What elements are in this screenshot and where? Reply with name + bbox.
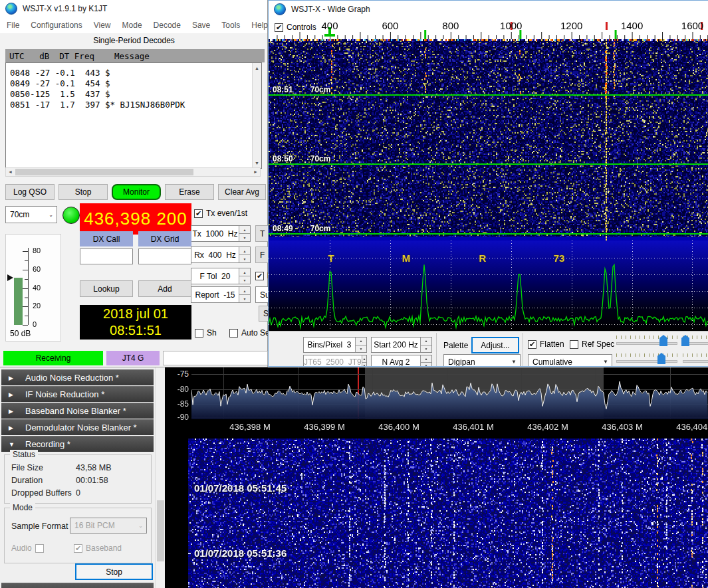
section-header-demodulator-noise-blanker[interactable]: ▶Demodulator Noise Blanker * (1, 419, 154, 435)
spin-down-icon[interactable]: ▼ (421, 363, 431, 367)
section-header-audio-noise-reduction[interactable]: ▶Audio Noise Reduction * (1, 369, 154, 385)
menu-item-tools[interactable]: Tools (221, 21, 240, 30)
spin-down-icon[interactable]: ▼ (239, 276, 250, 284)
spin-up-icon[interactable]: ▲ (239, 287, 250, 295)
monitor-button[interactable]: Monitor (112, 184, 161, 200)
checkbox-box (195, 329, 203, 338)
db-tick-label: -85 (165, 399, 189, 409)
section-header-if-noise-reduction[interactable]: ▶IF Noise Reduction * (1, 386, 154, 402)
decode-row[interactable]: 0848 -27 -0.1 443 $ (10, 68, 261, 78)
menu-item-mode[interactable]: Mode (122, 21, 142, 30)
spinner-arrows[interactable]: ▲▼ (239, 247, 250, 262)
spectrum-marker-M: M (393, 252, 419, 264)
dx-grid-input[interactable] (138, 248, 191, 264)
spectrum-gain-slider[interactable] (616, 360, 677, 363)
waterfall-display[interactable] (269, 39, 708, 241)
auto-seq-checkbox[interactable]: Auto Se (229, 328, 270, 338)
add-button[interactable]: Add (138, 280, 191, 297)
menu-item-save[interactable]: Save (192, 21, 210, 30)
db-tick-label: -80 (165, 385, 189, 394)
sdr-scrollbar-thumb[interactable] (157, 500, 164, 561)
section-header-zoom-fft[interactable]: ▼ Zoom FFT * (1, 583, 154, 588)
signal-meter: 806040200 50 dB (5, 234, 61, 342)
spec-mode-dropdown[interactable]: Cumulative ▼ (528, 354, 612, 367)
decode-row[interactable]: 0849 -27 -0.1 454 $ (10, 78, 261, 89)
decodes-vertical-scrollbar[interactable]: ▲ ▼ (252, 63, 261, 168)
scroll-down-icon[interactable]: ▼ (253, 159, 261, 167)
scroll-right-icon[interactable]: ► (253, 168, 258, 176)
chevron-down-icon: ▼ (511, 359, 520, 365)
wide-graph-title: WSJT-X - Wide Graph (291, 5, 370, 14)
main-titlebar[interactable]: WSJT-X v1.9.1 by K1JT (0, 0, 267, 17)
spin-down-icon[interactable]: ▼ (239, 255, 250, 262)
menu-item-configurations[interactable]: Configurations (31, 21, 82, 30)
slider-ticks (683, 353, 708, 357)
clear-avg-button[interactable]: Clear Avg (218, 184, 266, 200)
duration-value: 00:01:58 (76, 476, 108, 485)
spin-down-icon[interactable]: ▼ (356, 345, 366, 353)
scroll-up-icon[interactable]: ▲ (253, 64, 261, 72)
sh-checkbox[interactable]: Sh (195, 328, 217, 338)
wide-graph-titlebar[interactable]: WSJT-X - Wide Graph (269, 1, 708, 18)
spinner-arrows[interactable]: ▲▼ (355, 338, 366, 352)
n-avg-spinner[interactable]: N Avg 2 ▲▼ (371, 355, 432, 367)
erase-button[interactable]: Erase (165, 184, 214, 200)
ref-spec-checkbox[interactable]: Ref Spec (570, 340, 614, 349)
menu-item-decode[interactable]: Decode (154, 21, 181, 30)
menu-item-file[interactable]: File (7, 21, 19, 30)
lookup-button[interactable]: Lookup (80, 280, 133, 297)
spin-up-icon[interactable]: ▲ (239, 226, 250, 234)
spin-down-icon[interactable]: ▼ (239, 295, 250, 302)
menu-item-help[interactable]: Help (251, 21, 268, 30)
spin-up-icon[interactable]: ▲ (239, 268, 250, 276)
meter-tick-label: 20 (33, 302, 41, 310)
spin-up-icon[interactable]: ▲ (239, 247, 250, 255)
spectrum-zero-slider[interactable] (683, 360, 708, 363)
main-window-title: WSJT-X v1.9.1 by K1JT (23, 4, 107, 13)
rx-freq-spinner[interactable]: Rx 400 Hz ▲▼ (191, 246, 251, 263)
tx-even-checkbox[interactable]: ✔ Tx even/1st (194, 209, 247, 218)
spec-mode-value: Cumulative (532, 357, 572, 367)
clipped-checkbox[interactable]: ✔ l (255, 271, 269, 280)
spinner-arrows[interactable]: ▲▼ (239, 226, 250, 241)
spin-up-icon[interactable]: ▲ (421, 355, 431, 363)
log-qso-button[interactable]: Log QSO (5, 184, 55, 200)
decode-row[interactable]: 0850-125 1.5 437 $ (10, 89, 261, 100)
meter-tick-label: 60 (33, 265, 41, 273)
spinner-arrows[interactable]: ▲▼ (420, 355, 431, 367)
bins-pixel-spinner[interactable]: Bins/Pixel 3 ▲▼ (303, 337, 367, 353)
sdr-scrollbar[interactable] (155, 367, 165, 588)
spinner-arrows[interactable]: ▲▼ (420, 338, 431, 352)
tx-freq-spinner[interactable]: Tx 1000 Hz ▲▼ (191, 225, 251, 242)
spin-up-icon[interactable]: ▲ (356, 338, 366, 345)
spin-down-icon[interactable]: ▼ (239, 234, 250, 241)
ftol-spinner[interactable]: F Tol 20 ▲▼ (191, 268, 251, 284)
section-header-baseband-noise-blanker[interactable]: ▶Baseband Noise Blanker * (1, 403, 154, 419)
zoom-spectrum-canvas[interactable] (191, 367, 708, 419)
stop-button[interactable]: Stop (59, 184, 108, 200)
menu-item-view[interactable]: View (94, 21, 111, 30)
spinner-arrows[interactable]: ▲▼ (239, 268, 250, 284)
palette-dropdown[interactable]: Digipan ▼ (443, 354, 521, 367)
scrollbar-thumb[interactable] (15, 169, 193, 175)
band-selector[interactable]: 70cm ⌄ (5, 206, 57, 223)
decodes-horizontal-scrollbar[interactable]: ◄ ► (5, 167, 261, 177)
checkbox-check-icon: ✔ (275, 23, 283, 32)
waterfall-gain-slider[interactable] (616, 342, 677, 345)
spin-up-icon[interactable]: ▲ (421, 338, 431, 345)
divider (523, 333, 523, 367)
flatten-checkbox[interactable]: ✔ Flatten (528, 340, 564, 349)
ftol-value: F Tol 20 (191, 268, 239, 284)
recording-stop-button[interactable]: Stop (75, 563, 153, 580)
scroll-left-icon[interactable]: ◄ (8, 168, 13, 176)
start-freq-spinner[interactable]: Start 200 Hz ▲▼ (371, 337, 432, 353)
adjust-button[interactable]: Adjust... (471, 337, 519, 353)
spin-down-icon[interactable]: ▼ (421, 345, 431, 353)
decode-row[interactable]: 0851 -17 1.7 397 $* BJ1SNJ86B0PDK (10, 100, 261, 110)
controls-checkbox[interactable]: ✔ Controls (273, 23, 318, 32)
zoom-waterfall-canvas (188, 439, 708, 588)
sdr-control-panel: ▶Audio Noise Reduction *▶IF Noise Reduct… (0, 367, 155, 588)
report-spinner[interactable]: Report -15 ▲▼ (191, 286, 251, 303)
dx-call-input[interactable] (80, 248, 133, 264)
spinner-arrows[interactable]: ▲▼ (239, 287, 250, 302)
